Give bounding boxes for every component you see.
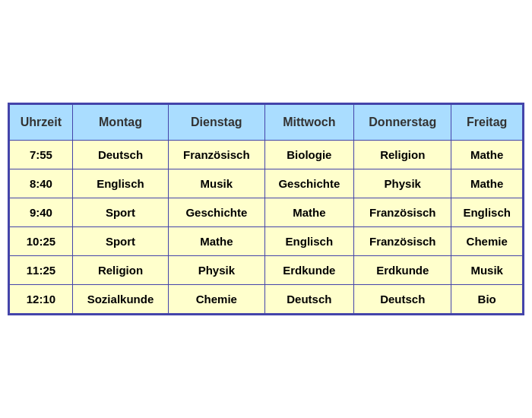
subject-cell: Bio [451, 285, 523, 314]
table-row: 7:55DeutschFranzösischBiologieReligionMa… [10, 141, 523, 169]
subject-cell: Religion [72, 256, 168, 285]
subject-cell: Mathe [169, 227, 264, 256]
subject-cell: Geschichte [264, 169, 354, 198]
subject-cell: Französisch [354, 227, 451, 256]
schedule-table-container: UhrzeitMontagDienstagMittwochDonnerstagF… [8, 103, 524, 315]
subject-cell: Deutsch [354, 285, 451, 314]
time-cell: 11:25 [10, 256, 73, 285]
header-cell-1: Montag [72, 105, 168, 141]
time-cell: 9:40 [10, 198, 73, 227]
subject-cell: Französisch [354, 198, 451, 227]
time-cell: 8:40 [10, 169, 73, 198]
subject-cell: Geschichte [169, 198, 264, 227]
subject-cell: Physik [354, 169, 451, 198]
subject-cell: Erdkunde [354, 256, 451, 285]
table-row: 8:40EnglischMusikGeschichtePhysikMathe [10, 169, 523, 198]
table-row: 12:10SozialkundeChemieDeutschDeutschBio [10, 285, 523, 314]
subject-cell: Sport [72, 198, 168, 227]
subject-cell: Deutsch [264, 285, 354, 314]
subject-cell: Englisch [72, 169, 168, 198]
subject-cell: Sozialkunde [72, 285, 168, 314]
header-cell-3: Mittwoch [264, 105, 354, 141]
header-cell-0: Uhrzeit [10, 105, 73, 141]
subject-cell: Musik [169, 169, 264, 198]
subject-cell: Erdkunde [264, 256, 354, 285]
subject-cell: Musik [451, 256, 523, 285]
subject-cell: Französisch [169, 141, 264, 169]
header-cell-5: Freitag [451, 105, 523, 141]
subject-cell: Chemie [451, 227, 523, 256]
subject-cell: Sport [72, 227, 168, 256]
time-cell: 10:25 [10, 227, 73, 256]
table-row: 11:25ReligionPhysikErdkundeErdkundeMusik [10, 256, 523, 285]
subject-cell: Mathe [451, 141, 523, 169]
time-cell: 12:10 [10, 285, 73, 314]
subject-cell: Physik [169, 256, 264, 285]
subject-cell: Religion [354, 141, 451, 169]
subject-cell: Chemie [169, 285, 264, 314]
time-cell: 7:55 [10, 141, 73, 169]
subject-cell: Biologie [264, 141, 354, 169]
subject-cell: Mathe [264, 198, 354, 227]
header-row: UhrzeitMontagDienstagMittwochDonnerstagF… [10, 105, 523, 141]
table-row: 9:40SportGeschichteMatheFranzösischEngli… [10, 198, 523, 227]
schedule-body: 7:55DeutschFranzösischBiologieReligionMa… [10, 141, 523, 314]
table-row: 10:25SportMatheEnglischFranzösischChemie [10, 227, 523, 256]
subject-cell: Englisch [451, 198, 523, 227]
subject-cell: Deutsch [72, 141, 168, 169]
subject-cell: Englisch [264, 227, 354, 256]
header-cell-2: Dienstag [169, 105, 264, 141]
subject-cell: Mathe [451, 169, 523, 198]
schedule-table: UhrzeitMontagDienstagMittwochDonnerstagF… [9, 104, 523, 314]
header-cell-4: Donnerstag [354, 105, 451, 141]
